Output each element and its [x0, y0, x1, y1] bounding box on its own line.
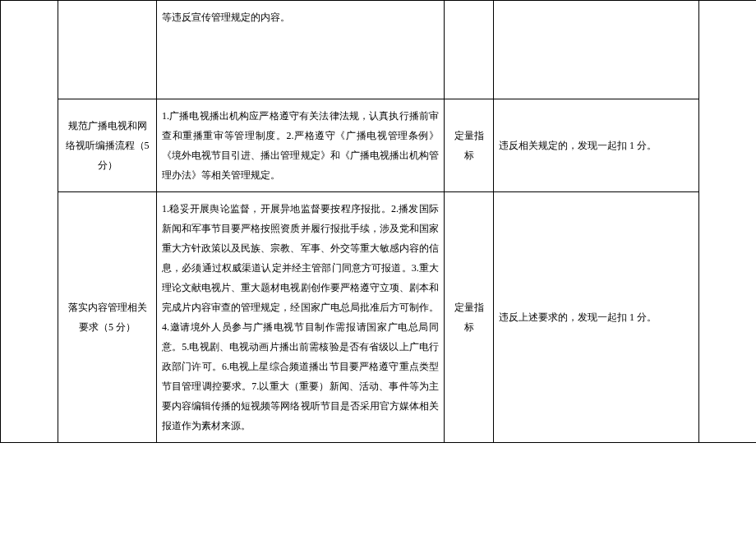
- table-row: 落实内容管理相关要求（5 分） 1.稳妥开展舆论监督，开展异地监督要按程序报批。…: [1, 192, 757, 443]
- cell-type: [445, 1, 494, 99]
- cell-scoring: 违反上述要求的，发现一起扣 1 分。: [494, 192, 699, 443]
- cell-item-name: 规范广播电视和网络视听编播流程（5 分）: [58, 99, 157, 192]
- cell-criteria: 1.稳妥开展舆论监督，开展异地监督要按程序报批。2.播发国际新闻和军事节目要严格…: [157, 192, 445, 443]
- table-row: 规范广播电视和网络视听编播流程（5 分） 1.广播电视播出机构应严格遵守有关法律…: [1, 99, 757, 192]
- cell-item-name: [58, 1, 157, 99]
- cell-type: 定量指标: [445, 192, 494, 443]
- cell-last: [699, 1, 757, 443]
- cell-scoring: 违反相关规定的，发现一起扣 1 分。: [494, 99, 699, 192]
- assessment-table: 等违反宣传管理规定的内容。 规范广播电视和网络视听编播流程（5 分） 1.广播电…: [0, 0, 756, 443]
- cell-criteria: 1.广播电视播出机构应严格遵守有关法律法规，认真执行播前审查和重播重审等管理制度…: [157, 99, 445, 192]
- cell-category: [1, 1, 58, 443]
- cell-scoring: [494, 1, 699, 99]
- cell-type: 定量指标: [445, 99, 494, 192]
- cell-item-name: 落实内容管理相关要求（5 分）: [58, 192, 157, 443]
- cell-criteria: 等违反宣传管理规定的内容。: [157, 1, 445, 99]
- table-row: 等违反宣传管理规定的内容。: [1, 1, 757, 99]
